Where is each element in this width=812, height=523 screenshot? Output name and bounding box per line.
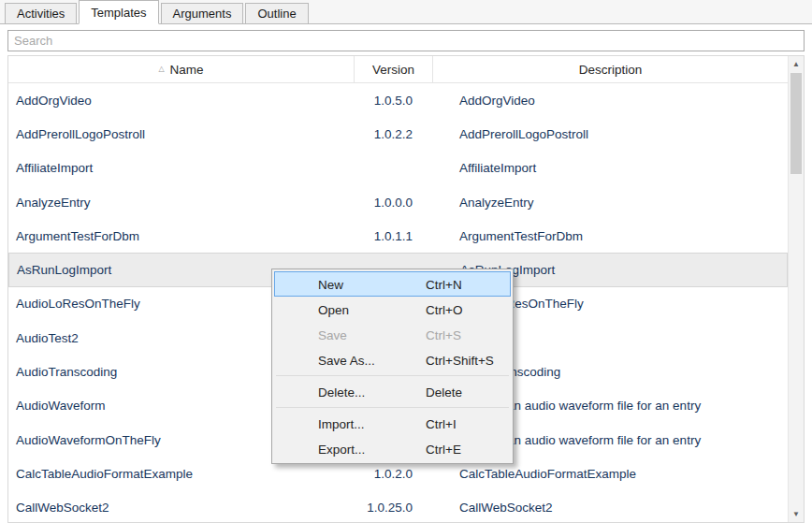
table-header-row: △ Name Version Description — [8, 56, 788, 83]
table-row[interactable]: ArgumentTestForDbm 1.0.1.1 ArgumentTestF… — [8, 219, 788, 253]
cell-name: AddOrgVideo — [8, 94, 355, 108]
scroll-down-icon: ▼ — [792, 510, 800, 518]
tab-arguments[interactable]: Arguments — [161, 3, 244, 23]
cell-description: AddOrgVideo — [433, 94, 788, 108]
tab-strip: Activities Templates Arguments Outline — [0, 0, 812, 24]
cell-description: CallWebSocket2 — [433, 501, 788, 515]
tab-templates[interactable]: Templates — [79, 0, 158, 24]
table-row[interactable]: CallWebSocket2 1.0.25.0 CallWebSocket2 — [8, 491, 788, 522]
cell-version: 1.0.0.0 — [355, 196, 433, 210]
menu-item-label: Delete... — [318, 385, 365, 399]
cell-description: AddPrerollLogoPostroll — [433, 127, 788, 141]
menu-item-save: Save Ctrl+S — [274, 322, 511, 347]
search-input[interactable] — [7, 30, 805, 51]
cell-description: AnalyzeEntry — [433, 196, 788, 210]
table-row[interactable]: AddPrerollLogoPostroll 1.0.2.2 AddPrerol… — [8, 117, 788, 151]
tab-label: Activities — [17, 7, 65, 21]
table-row[interactable]: AffiliateImport AffiliateImport — [8, 152, 788, 185]
menu-item-shortcut: Ctrl+S — [426, 327, 461, 341]
menu-item-label: Import... — [318, 416, 365, 430]
menu-item-save-as[interactable]: Save As... Ctrl+Shift+S — [274, 347, 511, 372]
column-header-label: Description — [579, 63, 643, 77]
cell-name: AffiliateImport — [8, 161, 355, 175]
cell-description: CalcTableAudioFormatExample — [433, 467, 788, 481]
scrollbar-thumb[interactable] — [790, 73, 802, 174]
vertical-scrollbar[interactable]: ▲ ▼ — [788, 56, 804, 522]
menu-item-shortcut: Ctrl+O — [426, 302, 462, 316]
cell-name: AddPrerollLogoPostroll — [8, 127, 355, 141]
cell-description: ArgumentTestForDbm — [433, 229, 788, 243]
tab-label: Arguments — [173, 7, 232, 21]
table-row[interactable]: AnalyzeEntry 1.0.0.0 AnalyzeEntry — [8, 185, 788, 219]
cell-description: AffiliateImport — [433, 161, 788, 175]
tab-activities[interactable]: Activities — [5, 3, 77, 23]
table-row[interactable]: AddOrgVideo 1.0.5.0 AddOrgVideo — [8, 83, 788, 117]
menu-separator — [276, 407, 509, 408]
menu-item-import[interactable]: Import... Ctrl+I — [274, 411, 511, 436]
menu-item-label: Save — [318, 327, 347, 341]
column-header-description[interactable]: Description — [433, 56, 788, 82]
cell-version: 1.0.2.0 — [355, 467, 433, 481]
column-header-label: Version — [372, 63, 414, 77]
menu-item-label: New — [318, 277, 343, 291]
tab-label: Templates — [91, 6, 146, 20]
cell-name: AnalyzeEntry — [8, 196, 355, 210]
menu-item-shortcut: Ctrl+E — [426, 442, 461, 456]
column-header-label: Name — [170, 63, 204, 77]
menu-item-shortcut: Delete — [426, 385, 462, 399]
sort-ascending-icon: △ — [158, 65, 164, 73]
cell-version: 1.0.1.1 — [355, 229, 433, 243]
menu-item-shortcut: Ctrl+N — [426, 277, 462, 291]
column-header-version[interactable]: Version — [355, 56, 433, 82]
column-header-name[interactable]: △ Name — [8, 56, 355, 82]
cell-name: CalcTableAudioFormatExample — [8, 467, 355, 481]
menu-item-new[interactable]: New Ctrl+N — [274, 271, 511, 297]
menu-item-delete[interactable]: Delete... Delete — [274, 379, 511, 404]
cell-version: 1.0.2.2 — [355, 127, 433, 141]
menu-item-shortcut: Ctrl+Shift+S — [426, 353, 494, 367]
menu-item-shortcut: Ctrl+I — [426, 416, 457, 430]
menu-item-label: Open — [318, 302, 349, 316]
tab-outline[interactable]: Outline — [245, 3, 308, 23]
context-menu: New Ctrl+N Open Ctrl+O Save Ctrl+S Save … — [271, 269, 514, 464]
menu-item-open[interactable]: Open Ctrl+O — [274, 297, 511, 322]
cell-version: 1.0.5.0 — [355, 94, 433, 108]
tab-label: Outline — [257, 7, 296, 21]
scroll-up-button[interactable]: ▲ — [789, 56, 804, 72]
scroll-down-button[interactable]: ▼ — [789, 506, 804, 522]
menu-separator — [276, 375, 509, 376]
cell-version: 1.0.25.0 — [355, 501, 433, 515]
menu-item-label: Export... — [318, 442, 365, 456]
cell-name: CallWebSocket2 — [8, 501, 355, 515]
cell-name: ArgumentTestForDbm — [8, 229, 355, 243]
menu-item-label: Save As... — [318, 353, 375, 367]
scroll-up-icon: ▲ — [792, 60, 800, 68]
menu-item-export[interactable]: Export... Ctrl+E — [274, 436, 511, 461]
